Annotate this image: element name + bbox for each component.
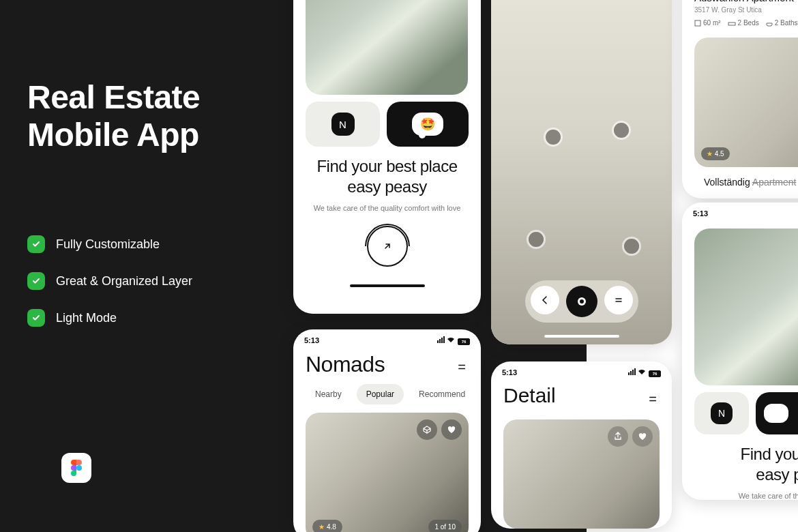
hotspot-icon[interactable] — [529, 232, 544, 247]
tab-bar: Nearby Popular Recommend — [293, 384, 481, 404]
title-line-2: Mobile App — [27, 116, 266, 153]
tab-nearby[interactable]: Nearby — [306, 384, 351, 404]
status-time: 5:13 — [304, 336, 319, 345]
rating-chip: ★ 4.5 — [701, 147, 730, 160]
hotspot-icon[interactable] — [614, 123, 629, 138]
menu-icon[interactable]: = — [458, 359, 466, 375]
heart-icon-button[interactable] — [632, 426, 653, 447]
brand-card: N — [694, 392, 749, 434]
feature-label: Light Mode — [56, 311, 117, 325]
home-indicator — [544, 335, 619, 338]
brand-initial-badge: N — [711, 402, 733, 424]
feature-label: Great & Organized Layer — [56, 274, 192, 289]
heart-icon-button[interactable] — [441, 419, 462, 440]
feature-list: Fully Customizable Great & Organized Lay… — [27, 235, 266, 327]
promo-panel: Real Estate Mobile App Fully Customizabl… — [0, 0, 293, 532]
hero-image — [694, 228, 798, 385]
detail-photo[interactable] — [503, 419, 660, 529]
speech-bubble-icon — [764, 404, 788, 423]
splash-subtitle: We take care of the quality comfort with… — [293, 204, 481, 212]
splash-subtitle: We take care of the quality co — [703, 492, 798, 500]
brand-initial-badge: N — [331, 113, 355, 136]
status-indicators: 76 — [437, 336, 470, 345]
listing-address: 3517 W. Gray St Utica — [694, 6, 798, 14]
next-button[interactable] — [367, 226, 408, 267]
rating-chip: ★4.8 — [312, 520, 342, 532]
menu-button[interactable] — [604, 286, 633, 314]
bath-icon: 2 Baths — [766, 19, 798, 27]
svg-point-2 — [580, 299, 584, 304]
svg-point-0 — [76, 465, 82, 471]
status-indicators: 76 — [628, 368, 661, 377]
status-time: 5:13 — [693, 209, 708, 218]
screen-listing-info: Auswählen Apartment 3517 W. Gray St Utic… — [682, 0, 798, 198]
screen-splash: N 🤩 Find your best place easy peasy We t… — [293, 0, 481, 314]
status-time: 5:13 — [502, 368, 517, 377]
hotspot-icon[interactable] — [624, 239, 639, 254]
brand-card: N — [306, 102, 380, 147]
feature-label: Fully Customizable — [56, 237, 160, 252]
listing-meta: 60 m² 2 Beds 2 Baths — [694, 19, 798, 27]
splash-headline: Find your bes easy pea — [703, 444, 798, 485]
feature-item: Light Mode — [27, 309, 266, 327]
screen-home-list: 5:13 76 Nomads = Nearby Popular Recommen… — [293, 329, 481, 532]
screen-3d-room — [491, 0, 672, 344]
screen-splash-partial: 5:13 N Find your bes easy pea We take ca… — [682, 203, 798, 500]
detail-title: Detail — [491, 381, 672, 414]
area-icon: 60 m² — [694, 19, 721, 27]
hotspot-icon[interactable] — [546, 130, 561, 145]
status-bar: 5:13 76 — [491, 361, 672, 381]
home-indicator — [350, 284, 425, 287]
svg-rect-3 — [695, 20, 700, 26]
back-button[interactable] — [531, 286, 559, 314]
listing-caption: Vollständig Apartment — [704, 177, 798, 188]
check-icon — [27, 272, 45, 290]
menu-icon[interactable]: = — [649, 391, 657, 407]
check-icon — [27, 309, 45, 327]
status-bar: 5:13 76 — [293, 329, 481, 349]
count-chip: 1 of 10 — [428, 520, 462, 532]
cube-icon-button[interactable] — [417, 419, 437, 440]
listing-title: Auswählen Apartment — [694, 0, 798, 3]
arrow-icon — [383, 241, 392, 251]
splash-headline: Find your best place easy peasy — [293, 156, 481, 197]
share-icon-button[interactable] — [608, 426, 628, 447]
capture-button[interactable] — [566, 286, 597, 317]
feature-item: Fully Customizable — [27, 235, 266, 253]
tab-popular[interactable]: Popular — [357, 384, 404, 404]
listing-photo[interactable]: ★ 4.5 — [694, 38, 798, 167]
listing-info: Auswählen Apartment 3517 W. Gray St Utic… — [682, 0, 798, 27]
status-bar: 5:13 — [682, 203, 798, 222]
bottom-nav — [525, 280, 638, 323]
screen-detail: 5:13 76 Detail = — [491, 361, 672, 529]
tab-recommend[interactable]: Recommend — [409, 384, 475, 404]
chat-card: 🤩 — [387, 102, 469, 147]
speech-bubble-icon: 🤩 — [412, 113, 443, 136]
title-line-1: Real Estate — [27, 78, 266, 116]
chat-card — [756, 392, 798, 434]
hero-image — [306, 0, 468, 95]
promo-title: Real Estate Mobile App — [27, 78, 266, 153]
figma-logo-icon — [61, 453, 91, 483]
app-brand: Nomads — [293, 349, 481, 384]
listing-photo[interactable]: ★4.8 1 of 10 — [306, 413, 469, 532]
bed-icon: 2 Beds — [728, 19, 759, 27]
check-icon — [27, 235, 45, 253]
feature-item: Great & Organized Layer — [27, 272, 266, 290]
svg-rect-4 — [728, 23, 735, 25]
